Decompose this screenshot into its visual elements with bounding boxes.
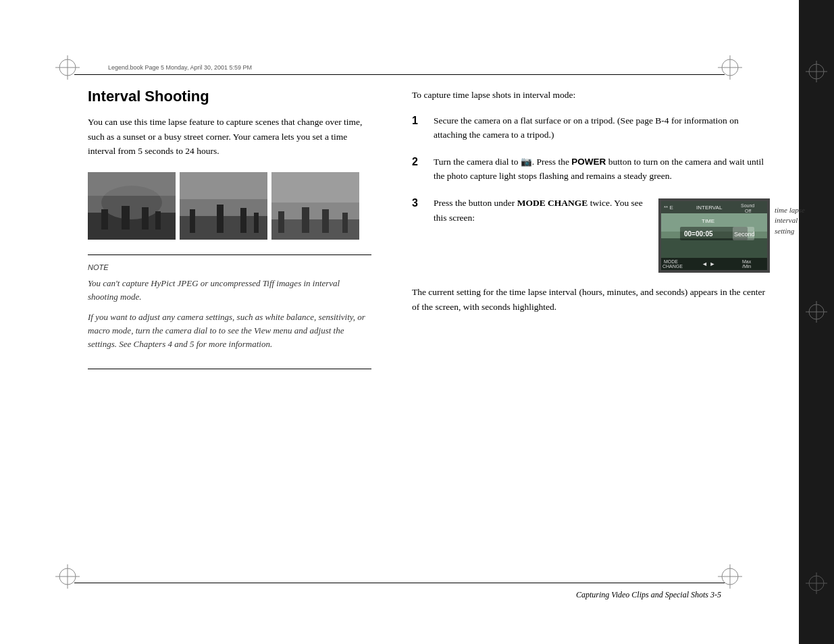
svg-text:00=00:05: 00=00:05 xyxy=(684,230,713,238)
crosshair-bottom-left xyxy=(54,563,81,590)
crosshair-sidebar-middle xyxy=(804,300,829,324)
svg-text:** E: ** E xyxy=(664,205,673,211)
svg-text:MODE: MODE xyxy=(664,259,678,264)
step-1-number: 1 xyxy=(412,113,424,128)
note-text-2: If you want to adjust any camera setting… xyxy=(88,311,371,351)
camera-screen-wrapper: ** E INTERVAL Sound Off TIME xyxy=(658,196,770,273)
photo-1 xyxy=(88,172,176,240)
footer-line xyxy=(74,583,725,583)
conclusion-text: The current setting for the time lapse i… xyxy=(412,285,770,314)
step-3-text-block: Press the button under MODE CHANGE twice… xyxy=(434,196,650,225)
svg-rect-32 xyxy=(322,209,329,233)
crosshair-top-left xyxy=(54,54,81,81)
right-intro: To capture time lapse shots in interval … xyxy=(412,88,770,103)
header-text: Legend.book Page 5 Monday, April 30, 200… xyxy=(108,64,252,71)
left-column: Interval Shooting You can use this time … xyxy=(88,88,371,369)
svg-text:/Min: /Min xyxy=(742,264,751,269)
time-lapse-label: time lapse interval setting xyxy=(775,205,825,236)
svg-rect-33 xyxy=(342,213,348,233)
svg-rect-29 xyxy=(271,172,359,203)
svg-rect-31 xyxy=(302,207,309,233)
crosshair-sidebar-bottom xyxy=(804,571,829,595)
svg-rect-22 xyxy=(180,172,267,199)
svg-text:INTERVAL: INTERVAL xyxy=(696,205,723,211)
step-3: 3 Press the button under MODE CHANGE twi… xyxy=(412,196,770,273)
right-column: To capture time lapse shots in interval … xyxy=(412,88,770,322)
step-3-number: 3 xyxy=(412,196,424,211)
svg-rect-19 xyxy=(88,172,176,196)
svg-text:Sound: Sound xyxy=(741,203,754,208)
step-2-text: Turn the camera dial to 📷. Press the POW… xyxy=(434,155,770,184)
page-content: Legend.book Page 5 Monday, April 30, 200… xyxy=(0,0,799,644)
step-1-text: Secure the camera on a flat surface or o… xyxy=(434,113,770,142)
svg-text:Off: Off xyxy=(745,209,751,213)
svg-rect-23 xyxy=(190,209,195,233)
svg-text:Second: Second xyxy=(734,231,755,238)
header-line xyxy=(74,74,725,75)
step-3-content: Press the button under MODE CHANGE twice… xyxy=(434,196,770,273)
svg-rect-26 xyxy=(254,213,259,233)
step-3-desc: Press the button under MODE CHANGE twice… xyxy=(434,196,650,225)
svg-text:TIME: TIME xyxy=(702,218,714,224)
camera-screen-inner: ** E INTERVAL Sound Off TIME xyxy=(661,201,767,270)
svg-text:CHANGE: CHANGE xyxy=(662,264,683,269)
svg-rect-30 xyxy=(278,211,284,233)
svg-text:◄  ►: ◄ ► xyxy=(702,261,715,267)
svg-rect-17 xyxy=(142,207,149,230)
svg-rect-18 xyxy=(155,211,161,230)
photos-row xyxy=(88,172,371,240)
crosshair-bottom-right xyxy=(716,563,744,590)
svg-text:Max: Max xyxy=(742,259,752,264)
note-text-1: You can't capture HyPict JPEG or uncompr… xyxy=(88,277,371,304)
step-3-inner: Press the button under MODE CHANGE twice… xyxy=(434,196,770,273)
camera-screen: ** E INTERVAL Sound Off TIME xyxy=(658,198,770,273)
section-heading: Interval Shooting xyxy=(88,88,371,105)
svg-rect-25 xyxy=(240,208,246,233)
note-section: NOTE You can't capture HyPict JPEG or un… xyxy=(88,254,371,370)
note-label: NOTE xyxy=(88,263,371,271)
crosshair-sidebar-top xyxy=(804,59,829,84)
step-2: 2 Turn the camera dial to 📷. Press the P… xyxy=(412,155,770,184)
svg-rect-24 xyxy=(217,205,224,233)
step-1: 1 Secure the camera on a flat surface or… xyxy=(412,113,770,142)
step-2-number: 2 xyxy=(412,155,424,169)
svg-rect-15 xyxy=(101,209,108,230)
photo-2 xyxy=(180,172,267,240)
crosshair-top-right xyxy=(716,54,744,81)
intro-paragraph: You can use this time lapse feature to c… xyxy=(88,115,371,159)
photo-3 xyxy=(271,172,359,240)
svg-rect-16 xyxy=(122,206,130,230)
footer-text: Capturing Video Clips and Special Shots … xyxy=(576,590,721,600)
